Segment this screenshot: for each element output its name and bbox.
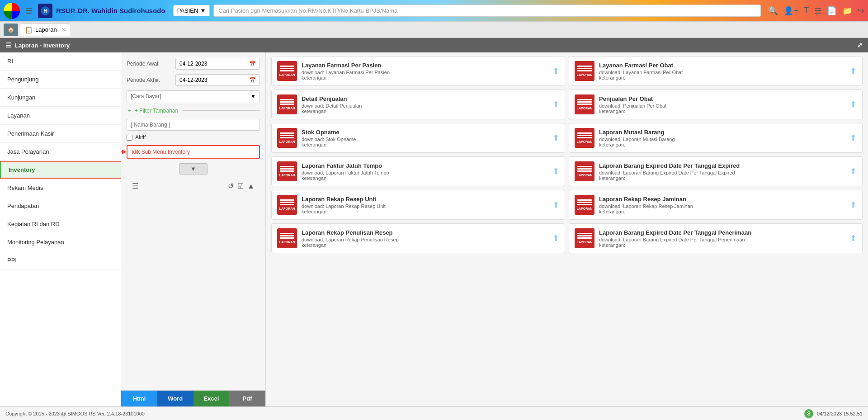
aktif-checkbox[interactable]: [127, 135, 132, 141]
sidebar-item-pendapatan[interactable]: Pendapatan: [0, 197, 121, 215]
svg-text:H: H: [43, 9, 47, 14]
home-tab[interactable]: 🏠: [4, 24, 18, 36]
footer-s-badge: S: [804, 409, 813, 418]
report-keterangan-2: keterangan:: [302, 109, 548, 114]
filter-divider: [183, 110, 260, 111]
report-download-6: download: Laporan Faktur Jatuh Tempo: [302, 170, 548, 175]
word-button[interactable]: Word: [157, 391, 193, 406]
report-keterangan-11: keterangan:: [599, 242, 845, 248]
report-card-8[interactable]: LAPORAN Laporan Rekap Resep Unit downloa…: [271, 190, 565, 220]
sidebar-item-layanan[interactable]: Layanan: [0, 107, 121, 125]
html-button[interactable]: Html: [121, 391, 157, 406]
report-download-8: download: Laporan Rekap Resep Unit: [302, 203, 548, 209]
nama-barang-input[interactable]: [127, 119, 260, 131]
list-icon[interactable]: ☰: [814, 6, 821, 16]
report-info-1: Layanan Farmasi Per Obat download: Layan…: [599, 62, 845, 80]
report-card-2[interactable]: LAPORAN Detail Penjualan download: Detai…: [271, 90, 565, 119]
report-upload-icon-7[interactable]: ⬆: [850, 166, 857, 176]
check-icon[interactable]: ☑: [237, 182, 244, 190]
sidebar-item-inventory[interactable]: Inventory: [0, 161, 121, 179]
report-card-1[interactable]: LAPORAN Layanan Farmasi Per Obat downloa…: [569, 56, 863, 86]
laporan-tab[interactable]: 📋 Laporan ✕: [20, 24, 71, 36]
report-upload-icon-6[interactable]: ⬆: [552, 166, 559, 176]
cara-bayar-select[interactable]: [Cara Bayar] ▼: [127, 90, 260, 102]
calendar-icon-akhir: 📅: [249, 77, 256, 83]
report-download-4: download: Stok Opname: [302, 137, 548, 142]
periode-akhir-input[interactable]: 04-12-2023 📅: [175, 74, 260, 86]
report-upload-icon-10[interactable]: ⬆: [552, 233, 559, 243]
navbar-icons: 🔍 👤+ T ☰ 📄 📁 ↪: [768, 6, 864, 16]
report-download-9: download: Laporan Rekap Resep Jaminan: [599, 203, 845, 209]
dropdown-trigger[interactable]: ▼: [127, 163, 260, 175]
folder-icon[interactable]: 📁: [842, 6, 852, 16]
report-title-5: Laporan Mutasi Barang: [599, 129, 845, 136]
list-view-icon[interactable]: ☰: [132, 182, 138, 190]
sidebar-item-kunjungan[interactable]: Kunjungan: [0, 89, 121, 107]
report-card-11[interactable]: LAPORAN Laporan Barang Expired Date Per …: [569, 223, 863, 253]
search-icon[interactable]: 🔍: [768, 6, 778, 16]
report-upload-icon-5[interactable]: ⬆: [850, 133, 857, 143]
periode-awal-input[interactable]: 04-12-2023 📅: [175, 58, 260, 70]
report-info-2: Detail Penjualan download: Detail Penjua…: [302, 95, 548, 114]
add-user-icon[interactable]: 👤+: [783, 6, 798, 16]
top-navbar: ☰ H RSUP. DR. Wahidin Sudirohusodo PASIE…: [0, 0, 868, 22]
sidebar-item-rekam-medis[interactable]: Rekam Medis: [0, 179, 121, 197]
sidebar-item-jasa-pelayanan[interactable]: Jasa Pelayanan: [0, 143, 121, 161]
report-upload-icon-0[interactable]: ⬆: [552, 66, 559, 76]
exit-icon[interactable]: ↪: [858, 6, 864, 16]
tab-label: Laporan: [35, 26, 57, 33]
sidebar-item-monitoring-pelayanan[interactable]: Monitoring Pelayanan: [0, 233, 121, 251]
patient-search-input[interactable]: Cari Pasien dgn Memasukkan No.RM/No.KTP/…: [213, 5, 761, 17]
file-icon[interactable]: 📄: [827, 6, 837, 16]
report-upload-icon-2[interactable]: ⬆: [552, 99, 559, 109]
report-upload-icon-1[interactable]: ⬆: [850, 66, 857, 76]
report-upload-icon-11[interactable]: ⬆: [850, 233, 857, 243]
sidebar-item-kegiatan-ri-rd[interactable]: Kegiatan RI dan RD: [0, 215, 121, 233]
report-upload-icon-4[interactable]: ⬆: [552, 133, 559, 143]
sidebar-item-ppi[interactable]: PPI: [0, 251, 121, 269]
report-card-9[interactable]: LAPORAN Laporan Rekap Resep Jaminan down…: [569, 190, 863, 220]
hamburger-icon[interactable]: ☰: [24, 4, 34, 18]
section-menu-icon: ☰: [5, 42, 11, 49]
pasien-selector[interactable]: PASIEN ▼: [173, 5, 210, 16]
report-title-4: Stok Opname: [302, 129, 548, 136]
report-card-5[interactable]: LAPORAN Laporan Mutasi Barang download: …: [569, 123, 863, 153]
excel-button[interactable]: Excel: [193, 391, 230, 406]
report-card-10[interactable]: LAPORAN Laporan Rekap Penulisan Resep do…: [271, 223, 565, 253]
sidebar-item-penerimaan-kasir[interactable]: Penerimaan Kasir: [0, 125, 121, 143]
report-card-7[interactable]: LAPORAN Laporan Barang Expired Date Per …: [569, 156, 863, 186]
section-expand-icon[interactable]: ⤢: [857, 42, 863, 49]
report-card-4[interactable]: LAPORAN Stok Opname download: Stok Opnam…: [271, 123, 565, 153]
periode-akhir-label: Periode Akhir:: [127, 77, 172, 83]
report-info-5: Laporan Mutasi Barang download: Laporan …: [599, 129, 845, 147]
report-card-0[interactable]: LAPORAN Layanan Farmasi Per Pasien downl…: [271, 56, 565, 86]
report-keterangan-8: keterangan:: [302, 209, 548, 214]
report-upload-icon-9[interactable]: ⬆: [850, 200, 857, 210]
report-upload-icon-8[interactable]: ⬆: [552, 200, 559, 210]
pdf-button[interactable]: Pdf: [229, 391, 265, 406]
filter-tambahan-toggle[interactable]: ＋ + Filter Tambahan: [127, 107, 260, 114]
report-info-6: Laporan Faktur Jatuh Tempo download: Lap…: [302, 162, 548, 181]
report-info-0: Layanan Farmasi Per Pasien download: Lay…: [302, 62, 548, 80]
sidebar-item-rl[interactable]: RL: [0, 52, 121, 71]
reset-icon[interactable]: ↺: [228, 182, 234, 190]
sidebar-item-pengunjung[interactable]: Pengunjung: [0, 71, 121, 89]
text-icon[interactable]: T: [804, 6, 809, 15]
app-logo: [4, 3, 20, 19]
report-info-3: Penjualan Per Obat download: Penjualan P…: [599, 95, 845, 114]
tab-bar: 🏠 📋 Laporan ✕: [0, 22, 868, 38]
report-info-11: Laporan Barang Expired Date Per Tanggal …: [599, 229, 845, 248]
report-card-6[interactable]: LAPORAN Laporan Faktur Jatuh Tempo downl…: [271, 156, 565, 186]
report-upload-icon-3[interactable]: ⬆: [850, 99, 857, 109]
left-sidebar: RL Pengunjung Kunjungan Layanan Penerima…: [0, 52, 121, 406]
report-icon-5: LAPORAN: [575, 128, 594, 148]
periode-akhir-row: Periode Akhir: 04-12-2023 📅: [127, 74, 260, 86]
dropdown-arrow-btn[interactable]: ▼: [179, 163, 208, 175]
report-card-3[interactable]: LAPORAN Penjualan Per Obat download: Pen…: [569, 90, 863, 119]
tab-close-icon[interactable]: ✕: [61, 27, 66, 33]
report-title-9: Laporan Rekap Resep Jaminan: [599, 196, 845, 203]
aktif-row: Aktif: [127, 134, 260, 141]
report-title-8: Laporan Rekap Resep Unit: [302, 196, 548, 203]
upload-icon[interactable]: ▲: [247, 182, 255, 190]
report-keterangan-10: keterangan:: [302, 242, 548, 248]
